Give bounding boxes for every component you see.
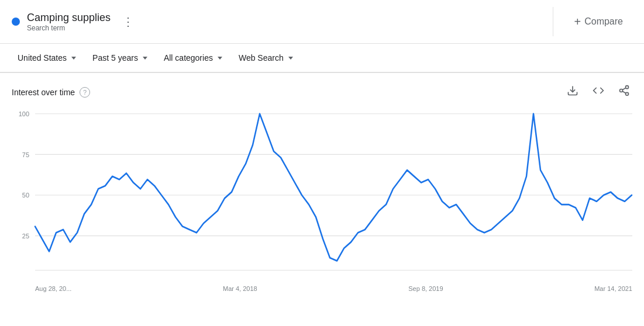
search-term-text: Camping supplies Search term (27, 12, 111, 32)
plus-icon: + (574, 15, 581, 29)
search-term-dot (12, 18, 20, 26)
chevron-down-icon (288, 57, 293, 60)
time-label: Past 5 years (92, 53, 138, 63)
trend-chart: 100 75 50 25 (12, 107, 632, 283)
chevron-down-icon (71, 57, 76, 60)
svg-text:50: 50 (22, 192, 29, 199)
chart-actions (564, 82, 632, 102)
svg-text:100: 100 (19, 110, 29, 117)
x-label-1: Mar 4, 2018 (223, 285, 257, 292)
svg-text:75: 75 (22, 151, 29, 158)
search-term-block: Camping supplies Search term ⋮ (12, 12, 541, 32)
category-label: All categories (164, 53, 213, 63)
compare-label: Compare (584, 16, 623, 27)
embed-button[interactable] (590, 82, 607, 102)
location-filter[interactable]: United States (12, 50, 82, 66)
chart-header: Interest over time ? (12, 82, 632, 102)
chart-container: 100 75 50 25 (12, 107, 632, 283)
x-label-2: Sep 8, 2019 (408, 285, 443, 292)
category-filter[interactable]: All categories (158, 50, 228, 66)
svg-line-5 (622, 88, 626, 89)
x-label-3: Mar 14, 2021 (594, 285, 632, 292)
search-term-type: Search term (27, 24, 111, 32)
help-icon[interactable]: ? (80, 87, 90, 98)
x-label-0: Aug 28, 20... (35, 285, 71, 292)
compare-button[interactable]: + Compare (565, 11, 633, 33)
svg-point-1 (626, 86, 629, 89)
svg-point-2 (620, 89, 623, 92)
filters-bar: United States Past 5 years All categorie… (0, 44, 644, 73)
svg-point-3 (626, 92, 629, 95)
chevron-down-icon (143, 57, 147, 60)
time-filter[interactable]: Past 5 years (87, 50, 153, 66)
download-button[interactable] (564, 82, 581, 102)
header-divider (553, 7, 553, 36)
chart-section: Interest over time ? (0, 73, 644, 301)
chart-title: Interest over time (12, 88, 75, 97)
more-options-button[interactable]: ⋮ (118, 12, 139, 31)
chevron-down-icon (218, 57, 222, 60)
search-type-label: Web Search (239, 53, 284, 63)
search-term-title: Camping supplies (27, 12, 111, 24)
search-type-filter[interactable]: Web Search (233, 50, 299, 66)
chart-title-area: Interest over time ? (12, 87, 90, 98)
x-axis-labels: Aug 28, 20... Mar 4, 2018 Sep 8, 2019 Ma… (12, 283, 632, 292)
header: Camping supplies Search term ⋮ + Compare (0, 0, 644, 44)
location-label: United States (18, 53, 67, 63)
svg-line-4 (622, 91, 626, 93)
svg-text:25: 25 (22, 233, 29, 240)
share-button[interactable] (616, 82, 632, 102)
